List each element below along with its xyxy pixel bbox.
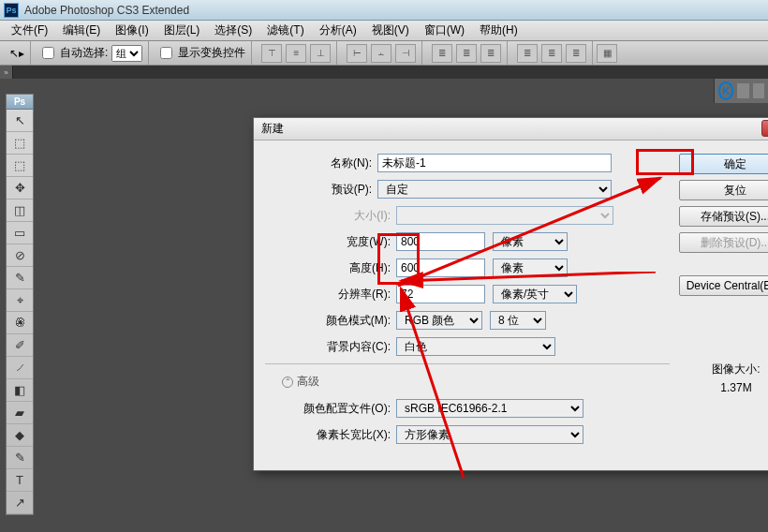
advanced-label: 高级	[297, 374, 319, 390]
document-tab-strip: »	[0, 66, 768, 79]
toolbox-header-icon[interactable]: Ps	[7, 95, 33, 110]
name-input[interactable]	[377, 154, 612, 172]
crop-tool[interactable]: ◫	[7, 200, 33, 222]
align-hcenter-icon[interactable]: ⫠	[371, 44, 391, 63]
align-bottom-icon[interactable]: ⊥	[310, 44, 331, 63]
panel-menu-icon[interactable]	[753, 83, 764, 98]
gradient-tool[interactable]: ⟋	[7, 357, 33, 379]
dialog-title: 新建	[261, 121, 284, 137]
menu-layer[interactable]: 图层(L)	[156, 21, 208, 40]
show-transform-label: 显示变换控件	[178, 45, 245, 61]
height-label: 高度(H):	[265, 260, 396, 276]
advanced-toggle[interactable]: ⌃ 高级	[282, 374, 670, 390]
ok-button[interactable]: 确定	[679, 154, 768, 174]
workspace-icon[interactable]: ▦	[597, 44, 617, 63]
auto-select-label: 自动选择:	[60, 45, 108, 61]
bit-depth-select[interactable]: 8 位	[490, 311, 546, 330]
height-unit-select[interactable]: 像素	[493, 259, 568, 277]
chevron-icon: ⌃	[282, 377, 293, 388]
panel-list-icon[interactable]	[737, 83, 748, 98]
new-document-dialog: 新建 ✕ 名称(N): 预设(P): 自定 大小(I): 宽度(W): 像素	[253, 117, 768, 471]
delete-preset-button: 删除预设(D)...	[679, 232, 768, 253]
toolbox: Ps ↖ ⬚ ⬚ ✥ ◫ ▭ ⊘ ✎ ⌖ ֍ ✐ ⟋ ◧ ▰ ◆ ✎ T ↗	[6, 94, 34, 515]
history-brush-tool[interactable]: ֍	[7, 312, 33, 334]
move-tool[interactable]: ↖	[7, 110, 33, 132]
device-central-button[interactable]: Device Central(E)...	[679, 275, 768, 296]
align-vcenter-icon[interactable]: ≡	[286, 44, 306, 63]
menu-image[interactable]: 图像(I)	[108, 21, 155, 40]
width-input[interactable]	[396, 232, 485, 251]
kuler-icon[interactable]: K	[718, 81, 733, 100]
title-bar: Ps Adobe Photoshop CS3 Extended	[0, 0, 768, 21]
resolution-input[interactable]	[396, 285, 485, 303]
menu-analysis[interactable]: 分析(A)	[312, 21, 364, 40]
color-mode-label: 颜色模式(M):	[265, 313, 396, 329]
preset-select[interactable]: 自定	[377, 180, 612, 199]
eraser-tool[interactable]: ✐	[7, 334, 33, 357]
menu-edit[interactable]: 编辑(E)	[55, 21, 108, 40]
dodge-tool[interactable]: ▰	[7, 402, 33, 424]
close-button[interactable]: ✕	[761, 120, 768, 137]
aspect-select[interactable]: 方形像素	[396, 425, 583, 444]
width-label: 宽度(W):	[265, 234, 396, 250]
app-logo-icon: Ps	[4, 3, 19, 18]
align-right-icon[interactable]: ⊣	[395, 44, 416, 63]
tab-handle-icon[interactable]: »	[0, 66, 13, 79]
profile-label: 颜色配置文件(O):	[265, 401, 396, 417]
reset-button[interactable]: 复位	[679, 180, 768, 200]
show-transform-checkbox[interactable]	[160, 47, 172, 59]
path-select-tool[interactable]: T	[7, 469, 33, 492]
stamp-tool[interactable]: ⌖	[7, 289, 33, 312]
move-tool-icon: ↖▸	[9, 47, 24, 60]
background-select[interactable]: 白色	[396, 337, 555, 356]
width-unit-select[interactable]: 像素	[493, 232, 568, 251]
slice-tool[interactable]: ▭	[7, 222, 33, 244]
save-preset-button[interactable]: 存储预设(S)...	[679, 206, 768, 227]
menu-filter[interactable]: 滤镜(T)	[259, 21, 311, 40]
size-select	[396, 206, 613, 225]
dist-1-icon[interactable]: ≣	[432, 44, 452, 63]
menu-view[interactable]: 视图(V)	[364, 21, 417, 40]
dist-6-icon[interactable]: ≣	[566, 44, 586, 63]
background-label: 背景内容(C):	[265, 339, 396, 355]
shape-tool[interactable]: ↗	[7, 492, 33, 514]
lasso-tool[interactable]: ⬚	[7, 155, 33, 177]
image-size-value: 1.37M	[679, 381, 768, 394]
name-label: 名称(N):	[265, 155, 377, 171]
profile-select[interactable]: sRGB IEC61966-2.1	[396, 399, 583, 418]
menu-help[interactable]: 帮助(H)	[472, 21, 525, 40]
preset-label: 预设(P):	[265, 182, 377, 198]
marquee-tool[interactable]: ⬚	[7, 132, 33, 155]
dist-4-icon[interactable]: ≣	[517, 44, 538, 63]
color-mode-select[interactable]: RGB 颜色	[396, 311, 482, 330]
aspect-label: 像素长宽比(X):	[265, 427, 396, 443]
heal-tool[interactable]: ⊘	[7, 244, 33, 267]
dist-3-icon[interactable]: ≣	[480, 44, 501, 63]
size-label: 大小(I):	[265, 208, 396, 224]
blur-tool[interactable]: ◧	[7, 379, 33, 402]
dist-5-icon[interactable]: ≣	[541, 44, 562, 63]
dist-2-icon[interactable]: ≣	[456, 44, 477, 63]
height-input[interactable]	[396, 259, 485, 277]
options-bar: ↖▸ 自动选择: 组 显示变换控件 ⊤ ≡ ⊥ ⊢ ⫠ ⊣ ≣ ≣ ≣ ≣ ≣ …	[0, 41, 768, 66]
menu-bar: 文件(F) 编辑(E) 图像(I) 图层(L) 选择(S) 滤镜(T) 分析(A…	[0, 21, 768, 41]
brush-tool[interactable]: ✎	[7, 267, 33, 289]
resolution-unit-select[interactable]: 像素/英寸	[493, 285, 577, 303]
align-top-icon[interactable]: ⊤	[261, 44, 282, 63]
auto-select-target[interactable]: 组	[111, 45, 142, 62]
align-left-icon[interactable]: ⊢	[347, 44, 367, 63]
resolution-label: 分辨率(R):	[265, 287, 396, 303]
auto-select-checkbox[interactable]	[42, 47, 54, 59]
dialog-titlebar[interactable]: 新建 ✕	[254, 118, 768, 140]
pen-tool[interactable]: ◆	[7, 424, 33, 447]
menu-select[interactable]: 选择(S)	[207, 21, 259, 40]
image-size-label: 图像大小:	[679, 362, 768, 377]
quick-select-tool[interactable]: ✥	[7, 177, 33, 200]
app-title: Adobe Photoshop CS3 Extended	[24, 4, 189, 17]
menu-file[interactable]: 文件(F)	[4, 21, 55, 40]
type-tool[interactable]: ✎	[7, 447, 33, 469]
right-dock-strip: K	[714, 79, 768, 103]
menu-window[interactable]: 窗口(W)	[417, 21, 472, 40]
